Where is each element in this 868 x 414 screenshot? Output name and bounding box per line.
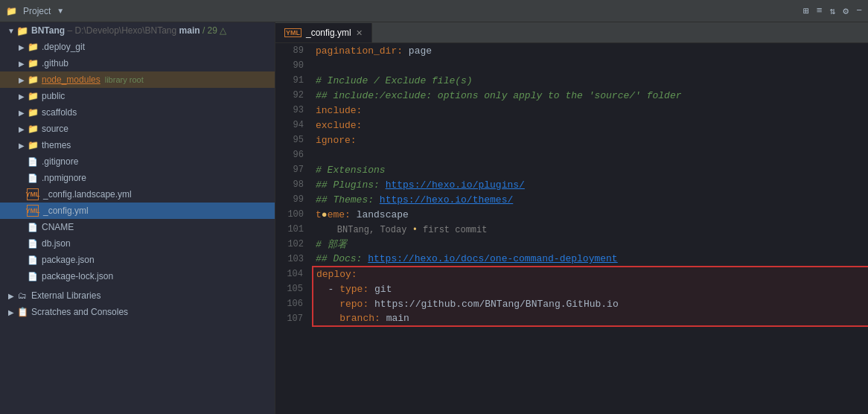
sidebar-item-source[interactable]: ▶ 📁 source (0, 121, 275, 137)
code-editor[interactable]: 89 pagination_dir: page 90 91 # Include … (275, 43, 868, 414)
cname-file-icon: 📄 (27, 221, 39, 233)
line-content-106: repo: https://github.com/BNTang/BNTang.G… (313, 296, 868, 311)
line-94: 94 exclude: (275, 118, 868, 133)
tab-close-button[interactable]: ✕ (356, 28, 363, 38)
root-name: BNTang (31, 25, 65, 36)
line-num-101: 101 (275, 222, 313, 237)
line-96: 96 (275, 147, 868, 162)
minimize-icon[interactable]: − (856, 5, 862, 16)
line-content-101: BNTang, Today • first commit (313, 222, 868, 237)
line-num-106: 106 (275, 296, 313, 311)
sidebar-item-node-modules[interactable]: ▶ 📁 node_modules library root (0, 71, 275, 88)
docs-link[interactable]: https://hexo.io/docs/one-command-deploym… (368, 253, 617, 264)
node-modules-badge: library root (105, 75, 144, 84)
scratches-icon: 📋 (16, 306, 28, 318)
line-content-104: deploy: (313, 267, 868, 281)
line-97: 97 # Extensions (275, 162, 868, 177)
line-content-96 (313, 147, 868, 162)
tab-config-yml[interactable]: YML _config.yml ✕ (275, 23, 372, 42)
sidebar-item-package-json[interactable]: 📄 package.json (0, 252, 275, 268)
deploy-git-folder-icon: 📁 (27, 41, 39, 53)
sidebar-item-config-yml[interactable]: YML _config.yml (0, 203, 275, 219)
line-92: 92 ## include:/exclude: options only app… (275, 88, 868, 103)
github-arrow: ▶ (16, 60, 27, 68)
line-89: 89 pagination_dir: page (275, 43, 868, 58)
line-107: 107 branch: main (275, 311, 868, 326)
line-90: 90 (275, 58, 868, 73)
sidebar-item-scaffolds[interactable]: ▶ 📁 scaffolds (0, 104, 275, 121)
line-content-103: ## Docs: https://hexo.io/docs/one-comman… (313, 252, 868, 267)
settings-icon[interactable]: ⚙ (843, 5, 849, 17)
config-landscape-yml-icon: YML (27, 188, 39, 200)
line-num-90: 90 (275, 58, 313, 73)
root-branch: main (179, 25, 200, 36)
line-101: 101 BNTang, Today • first commit (275, 222, 868, 237)
root-folder-icon: 📁 (16, 25, 28, 36)
node-modules-folder-icon: 📁 (27, 74, 39, 86)
scratches-arrow: ▶ (6, 308, 16, 316)
layout-icon[interactable]: ⊞ (803, 5, 809, 17)
package-lock-json-icon: 📄 (27, 270, 39, 282)
line-num-94: 94 (275, 118, 313, 133)
line-content-105: - type: git (313, 281, 868, 296)
sidebar-item-scratches[interactable]: ▶ 📋 Scratches and Consoles (0, 304, 275, 320)
sidebar-item-external-libraries[interactable]: ▶ 🗂 External Libraries (0, 287, 275, 304)
gitignore-file-icon: 📄 (27, 156, 39, 168)
sidebar-item-cname[interactable]: 📄 CNAME (0, 219, 275, 235)
root-arrow: ▼ (6, 27, 16, 35)
line-104: 104 deploy: (275, 267, 868, 281)
main-layout: ▼ 📁 BNTang – D:\Develop\Hexo\BNTang main… (0, 22, 868, 414)
package-json-icon: 📄 (27, 254, 39, 266)
sidebar-item-gitignore[interactable]: 📄 .gitignore (0, 153, 275, 170)
line-content-89: pagination_dir: page (313, 43, 868, 58)
line-content-93: include: (313, 103, 868, 118)
project-label: 📁 Project ▼ (6, 6, 64, 16)
scaffolds-folder-icon: 📁 (27, 106, 39, 118)
line-num-105: 105 (275, 281, 313, 296)
sidebar-item-public[interactable]: ▶ 📁 public (0, 88, 275, 104)
public-arrow: ▶ (16, 92, 27, 101)
line-content-98: ## Plugins: https://hexo.io/plugins/ (313, 177, 868, 192)
line-91: 91 # Include / Exclude file(s) (275, 73, 868, 88)
public-folder-icon: 📁 (27, 90, 39, 102)
source-folder-icon: 📁 (27, 123, 39, 135)
db-json-icon: 📄 (27, 238, 39, 249)
line-content-95: ignore: (313, 133, 868, 147)
external-libraries-label: External Libraries (31, 290, 100, 301)
sort-icon[interactable]: ⇅ (830, 5, 836, 17)
line-content-102: # 部署 (313, 237, 868, 252)
plugins-link[interactable]: https://hexo.io/plugins/ (386, 179, 525, 191)
line-content-92: ## include:/exclude: options only apply … (313, 88, 868, 103)
scaffolds-arrow: ▶ (16, 109, 27, 117)
config-yml-icon: YML (27, 205, 39, 217)
line-99: 99 ## Themes: https://hexo.io/themes/ (275, 192, 868, 207)
themes-link[interactable]: https://hexo.io/themes/ (380, 194, 513, 206)
sidebar-item-deploy-git[interactable]: ▶ 📁 .deploy_git (0, 39, 275, 55)
line-content-91: # Include / Exclude file(s) (313, 73, 868, 88)
line-103: 103 ## Docs: https://hexo.io/docs/one-co… (275, 252, 868, 267)
line-num-104: 104 (275, 267, 313, 281)
deploy-git-arrow: ▶ (16, 43, 27, 51)
external-libraries-icon: 🗂 (16, 290, 28, 302)
line-content-94: exclude: (313, 118, 868, 133)
sidebar-item-npmignore[interactable]: 📄 .npmignore (0, 170, 275, 186)
line-num-98: 98 (275, 177, 313, 192)
line-content-90 (313, 58, 868, 73)
line-num-95: 95 (275, 133, 313, 147)
sidebar-item-package-lock-json[interactable]: 📄 package-lock.json (0, 268, 275, 284)
sidebar-item-db-json[interactable]: 📄 db.json (0, 235, 275, 252)
tab-bar: YML _config.yml ✕ (275, 22, 868, 43)
list-icon[interactable]: ≡ (817, 5, 823, 16)
line-102: 102 # 部署 (275, 237, 868, 252)
external-libraries-arrow: ▶ (6, 292, 16, 300)
editor-pane: YML _config.yml ✕ 89 pagination_dir: pag… (275, 22, 868, 414)
line-93: 93 include: (275, 103, 868, 118)
sidebar-item-config-landscape[interactable]: YML _config.landscape.yml (0, 186, 275, 203)
line-106: 106 repo: https://github.com/BNTang/BNTa… (275, 296, 868, 311)
source-arrow: ▶ (16, 125, 27, 133)
tree-root[interactable]: ▼ 📁 BNTang – D:\Develop\Hexo\BNTang main… (0, 22, 275, 39)
sidebar-item-themes[interactable]: ▶ 📁 themes (0, 137, 275, 153)
sidebar-item-github[interactable]: ▶ 📁 .github (0, 55, 275, 71)
chevron-down-icon[interactable]: ▼ (57, 7, 64, 15)
code-table: 89 pagination_dir: page 90 91 # Include … (275, 43, 868, 327)
